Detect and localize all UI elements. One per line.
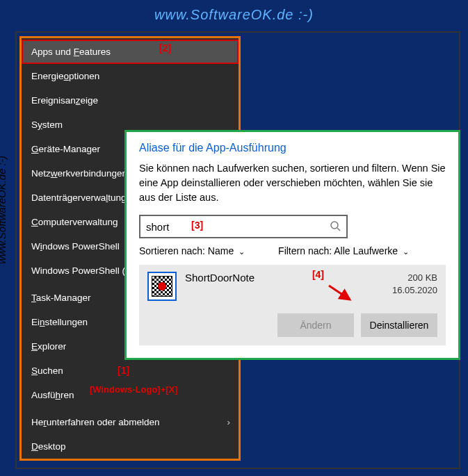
menu-item-label: Suchen <box>31 366 63 376</box>
chevron-down-icon: ⌄ <box>239 247 245 256</box>
dialog-title: Aliase für die App-Ausführung <box>139 142 446 154</box>
menu-item-apps-features[interactable]: Apps und Features <box>22 40 239 64</box>
menu-item-label: Herunterfahren oder abmelden <box>31 417 160 427</box>
header-site-text: www.SoftwareOK.de :-) <box>0 7 468 23</box>
app-name: ShortDoorNote <box>185 272 392 284</box>
search-box[interactable] <box>139 215 348 238</box>
svg-line-15 <box>337 228 340 231</box>
menu-item-desktop[interactable]: Desktop <box>22 434 239 459</box>
menu-item-label: Ereignisanzeige <box>31 95 98 106</box>
menu-item-run[interactable]: Ausführen <box>22 383 239 407</box>
dialog-highlight: Aliase für die App-Ausführung Sie können… <box>124 130 460 360</box>
app-size: 200 KB <box>392 272 437 284</box>
menu-item-label: System <box>31 120 63 130</box>
menu-item-power-options[interactable]: Energieoptionen <box>22 64 239 88</box>
sort-label: Sortieren nach: <box>139 245 205 256</box>
filter-dropdown[interactable]: Filtern nach: Alle Laufwerke ⌄ <box>278 245 409 256</box>
svg-line-16 <box>329 286 350 299</box>
menu-item-label: Computerverwaltung <box>31 217 118 227</box>
menu-item-label: Einstellungen <box>31 317 88 327</box>
menu-item-label: Task-Manager <box>31 293 91 303</box>
change-button: Ändern <box>277 313 354 337</box>
menu-item-label: Apps und Features <box>31 47 111 57</box>
search-row: [3] <box>139 215 446 238</box>
sort-dropdown[interactable]: Sortieren nach: Name ⌄ <box>139 245 245 256</box>
search-icon <box>330 220 341 233</box>
filter-row: Sortieren nach: Name ⌄ Filtern nach: All… <box>139 245 446 256</box>
dialog-description: Sie können nach Laufwerken suchen, sorti… <box>139 161 446 205</box>
menu-item-shutdown[interactable]: Herunterfahren oder abmelden › <box>22 410 239 434</box>
filter-label: Filtern nach: <box>278 245 332 256</box>
arrow-icon <box>328 283 355 304</box>
menu-item-label: Windows PowerShell <box>31 241 120 252</box>
app-list-item[interactable]: ShortDoorNote 200 KB 16.05.2020 [4] Ände… <box>139 265 446 345</box>
svg-point-14 <box>331 222 338 229</box>
chevron-down-icon: ⌄ <box>403 247 409 256</box>
app-date: 16.05.2020 <box>392 284 437 297</box>
apps-features-dialog: Aliase für die App-Ausführung Sie können… <box>127 132 458 358</box>
menu-item-label: Energieoptionen <box>31 71 99 81</box>
chevron-right-icon: › <box>227 417 231 427</box>
menu-item-label: Datenträgerverwaltung <box>31 192 127 203</box>
side-watermark: www.SoftwareOK.de :-) <box>0 156 8 264</box>
screenshot-frame: Apps und Features Energieoptionen Ereign… <box>15 31 460 469</box>
menu-item-search[interactable]: Suchen <box>22 359 239 383</box>
menu-item-label: Desktop <box>31 441 66 452</box>
search-input[interactable] <box>146 221 330 233</box>
app-icon <box>147 272 177 301</box>
uninstall-button[interactable]: Deinstallieren <box>361 313 437 337</box>
menu-item-label: Ausführen <box>31 390 74 400</box>
sort-value: Name <box>208 245 234 256</box>
menu-item-label: Geräte-Manager <box>31 144 100 154</box>
filter-value: Alle Laufwerke <box>334 245 398 256</box>
menu-item-label: Explorer <box>31 341 66 352</box>
menu-item-label: Netzwerkverbindungen <box>31 168 127 179</box>
menu-item-event-viewer[interactable]: Ereignisanzeige <box>22 88 239 113</box>
